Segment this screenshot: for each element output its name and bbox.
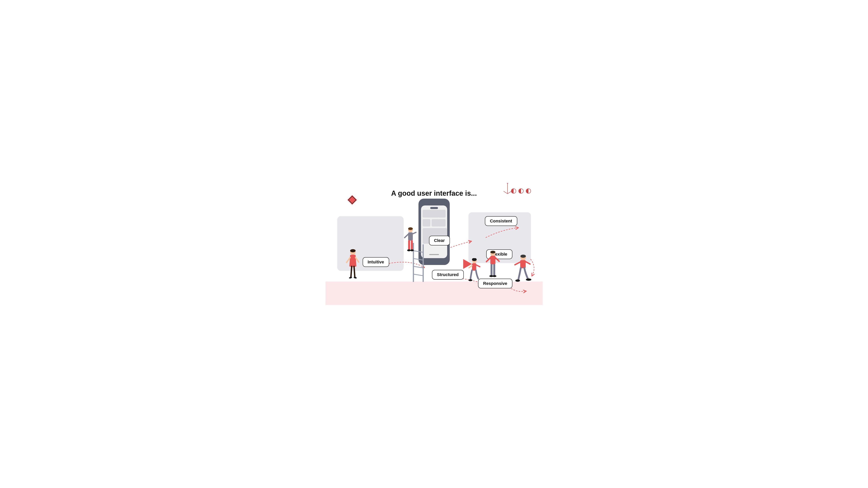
svg-point-21 [408,227,413,230]
screen-block-1 [423,210,439,218]
svg-rect-0 [347,195,357,205]
control-dot-3 [526,189,531,194]
svg-line-47 [515,262,520,265]
label-structured: Structured [432,270,464,280]
svg-line-41 [469,266,472,268]
svg-point-37 [493,275,496,277]
svg-line-4 [507,191,512,194]
svg-point-28 [410,249,414,251]
phone-home-bar [429,254,439,255]
svg-rect-25 [408,240,410,250]
svg-line-17 [354,266,355,277]
svg-rect-22 [408,232,413,240]
phone-notch [430,207,438,209]
page-title: A good user interface is... [391,189,477,197]
svg-line-16 [351,266,352,277]
svg-point-43 [468,279,472,281]
slide: A good user interface is... [326,183,543,305]
control-dot-2 [519,189,524,194]
svg-rect-34 [491,264,493,276]
svg-point-49 [515,280,520,282]
control-dots [511,189,531,194]
figure-man-kneeling [514,255,533,284]
svg-line-32 [487,258,490,262]
svg-point-27 [407,249,411,251]
screen-block-3 [423,219,430,227]
svg-point-13 [350,249,355,252]
svg-line-48 [526,262,530,264]
screen-block-5 [438,219,445,227]
svg-line-10 [413,266,423,268]
screen-block-2 [438,210,445,218]
svg-point-50 [526,279,531,281]
diamond-decoration [347,195,358,205]
svg-point-30 [490,251,495,254]
figure-man-ladder [403,227,418,254]
svg-line-14 [347,258,350,262]
hanging-wire [504,183,512,198]
svg-rect-35 [493,264,495,276]
label-clear: Clear [429,236,450,246]
svg-line-9 [413,259,423,260]
svg-line-24 [413,232,416,234]
svg-rect-26 [411,240,413,250]
svg-line-15 [355,258,359,262]
svg-line-11 [413,274,423,276]
label-consistent: Consistent [485,216,517,226]
svg-point-5 [507,183,508,184]
svg-line-33 [495,258,499,261]
svg-line-42 [476,265,480,267]
svg-line-23 [405,234,408,238]
figure-man-standing-right [486,250,500,282]
figure-woman-left [345,249,361,282]
svg-line-3 [504,191,507,194]
svg-rect-31 [490,256,495,264]
label-intuitive: Intuitive [363,257,389,267]
control-dot-1 [511,189,516,194]
svg-point-45 [520,255,526,258]
figure-woman-kneeling [468,258,484,284]
